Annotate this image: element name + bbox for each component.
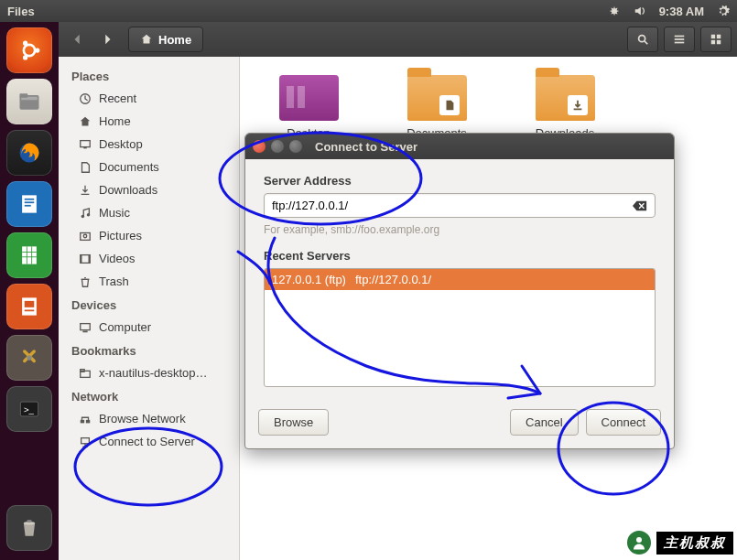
svg-rect-18	[25, 301, 35, 307]
network-heading: Network	[59, 384, 239, 407]
svg-rect-29	[675, 42, 685, 44]
svg-line-26	[645, 41, 648, 45]
sidebar-item-home[interactable]: Home	[59, 110, 239, 133]
impress-launcher-icon[interactable]	[6, 284, 52, 329]
recent-server-row[interactable]: 127.0.0.1 (ftp) ftp://127.0.0.1/	[265, 269, 655, 290]
svg-point-25	[639, 36, 645, 42]
recent-servers-list[interactable]: 127.0.0.1 (ftp) ftp://127.0.0.1/	[264, 268, 656, 387]
forward-button[interactable]	[93, 27, 121, 52]
svg-point-1	[35, 48, 39, 52]
network-indicator-icon[interactable]	[608, 5, 621, 17]
svg-point-40	[83, 234, 87, 238]
back-button[interactable]	[64, 27, 92, 52]
svg-rect-45	[82, 330, 87, 332]
svg-rect-44	[81, 323, 91, 329]
minimize-icon[interactable]	[271, 140, 284, 153]
server-address-input[interactable]	[272, 199, 633, 212]
close-icon[interactable]	[253, 140, 266, 153]
writer-launcher-icon[interactable]	[6, 181, 52, 227]
watermark: 主机叔叔	[625, 529, 733, 556]
recent-servers-label: Recent Servers	[264, 249, 656, 263]
location-label: Home	[158, 33, 191, 47]
clock[interactable]: 9:38 AM	[659, 5, 704, 18]
sidebar-item-documents[interactable]: Documents	[59, 156, 239, 178]
svg-rect-33	[717, 40, 721, 44]
svg-rect-50	[81, 437, 90, 443]
trash-launcher-icon[interactable]	[6, 505, 52, 551]
sidebar-item-trash[interactable]: Trash	[59, 270, 239, 293]
watermark-text: 主机叔叔	[656, 532, 733, 555]
cancel-button[interactable]: Cancel	[510, 409, 578, 436]
folder-icon	[279, 75, 339, 121]
svg-rect-12	[22, 246, 37, 264]
svg-rect-30	[711, 35, 715, 38]
sidebar-item-desktop[interactable]: Desktop	[59, 133, 239, 156]
folder-downloads[interactable]: Downloads	[524, 75, 606, 140]
server-address-field[interactable]	[264, 193, 656, 218]
svg-rect-49	[86, 419, 90, 423]
svg-rect-43	[89, 254, 91, 263]
svg-rect-32	[711, 40, 715, 44]
svg-point-2	[23, 41, 27, 46]
svg-rect-36	[83, 146, 87, 148]
location-home-button[interactable]: Home	[128, 27, 203, 52]
files-toolbar: Home	[59, 22, 737, 57]
dash-icon[interactable]	[6, 27, 52, 73]
svg-point-20	[27, 355, 31, 360]
unity-launcher: >_	[0, 22, 59, 560]
svg-point-0	[24, 45, 35, 56]
grid-view-button[interactable]	[700, 27, 732, 52]
search-button[interactable]	[627, 27, 658, 52]
sidebar-item-pictures[interactable]: Pictures	[59, 224, 239, 247]
app-name: Files	[7, 5, 35, 18]
dialog-title: Connect to Server	[315, 140, 417, 154]
places-heading: Places	[59, 64, 239, 87]
svg-rect-42	[81, 254, 82, 263]
folder-desktop[interactable]: Desktop	[267, 75, 350, 140]
sidebar-item-music[interactable]: Music	[59, 201, 239, 224]
svg-rect-19	[25, 310, 35, 312]
svg-rect-48	[81, 419, 84, 423]
settings-launcher-icon[interactable]	[6, 335, 52, 381]
svg-point-54	[636, 537, 642, 543]
svg-rect-24	[27, 520, 31, 522]
svg-point-3	[23, 55, 27, 59]
dialog-titlebar[interactable]: Connect to Server	[245, 134, 674, 159]
folder-icon	[407, 75, 467, 121]
sidebar-item-bookmark[interactable]: x-nautilus-desktop…	[59, 361, 239, 384]
connect-button[interactable]: Connect	[586, 409, 661, 436]
svg-rect-35	[81, 140, 91, 146]
svg-rect-28	[675, 38, 685, 40]
browse-button[interactable]: Browse	[258, 409, 329, 436]
terminal-launcher-icon[interactable]: >_	[6, 386, 52, 432]
svg-point-37	[81, 214, 85, 218]
calc-launcher-icon[interactable]	[6, 232, 52, 278]
sidebar-item-computer[interactable]: Computer	[59, 316, 239, 339]
devices-heading: Devices	[59, 293, 239, 316]
bookmarks-heading: Bookmarks	[59, 339, 239, 361]
sidebar-item-browse-network[interactable]: Browse Network	[59, 407, 239, 430]
files-launcher-icon[interactable]	[6, 79, 52, 124]
sidebar-item-downloads[interactable]: Downloads	[59, 178, 239, 201]
gear-icon[interactable]	[717, 5, 730, 17]
sidebar-item-recent[interactable]: Recent	[59, 87, 239, 110]
folder-documents[interactable]: Documents	[396, 75, 478, 140]
volume-icon[interactable]	[634, 5, 646, 17]
maximize-icon[interactable]	[289, 140, 302, 153]
svg-text:>_: >_	[24, 404, 35, 415]
connect-to-server-dialog: Connect to Server Server Address For exa…	[244, 133, 675, 449]
svg-rect-8	[22, 195, 37, 212]
view-options-button[interactable]	[664, 27, 695, 52]
top-menubar: Files 9:38 AM	[0, 0, 737, 22]
svg-rect-6	[20, 93, 28, 97]
sidebar-item-videos[interactable]: Videos	[59, 247, 239, 270]
folder-icon	[536, 75, 595, 121]
firefox-launcher-icon[interactable]	[6, 130, 52, 176]
clear-input-icon[interactable]	[633, 199, 647, 212]
address-hint: For example, smb://foo.example.org	[264, 223, 656, 236]
watermark-badge-icon	[625, 529, 653, 556]
svg-point-38	[87, 213, 91, 217]
svg-rect-31	[717, 35, 721, 38]
sidebar-item-connect-to-server[interactable]: Connect to Server	[59, 430, 239, 453]
server-address-label: Server Address	[264, 174, 656, 188]
